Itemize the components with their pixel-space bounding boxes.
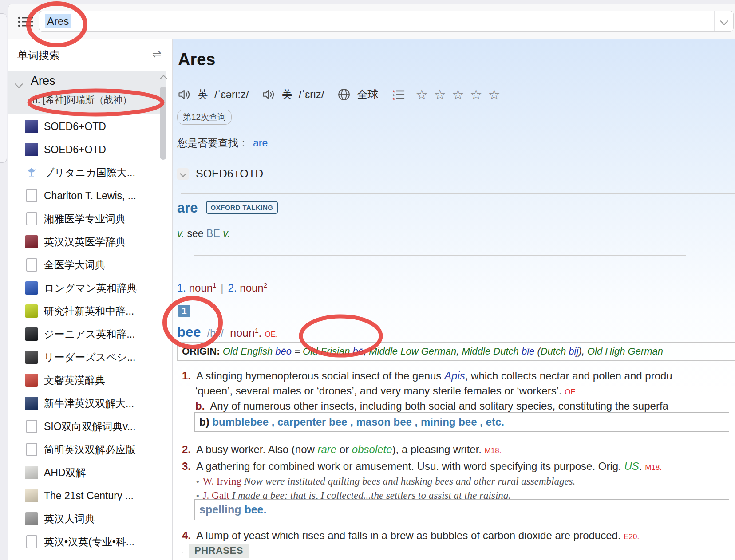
dictionary-label: 简明英汉双解必应版 xyxy=(44,443,136,457)
text-segment: = xyxy=(292,346,303,357)
definition-1-line-1: 1.A stinging hymenopterous social insect… xyxy=(182,370,672,382)
text-segment: see xyxy=(184,228,206,239)
are-headword: are xyxy=(177,200,198,216)
book-cover-icon xyxy=(25,374,38,387)
dictionary-list-item[interactable]: 文馨英漢辭典 xyxy=(8,369,166,392)
dictionary-list-item[interactable]: 英汉汉英医学辞典 xyxy=(8,230,166,253)
bee-entry-header: bee /biː/ noun1. OE. xyxy=(177,324,278,340)
oxford-talking-badge[interactable]: OXFORD TALKING xyxy=(206,201,278,214)
word-list-icon[interactable] xyxy=(17,16,33,28)
dictionary-list-item[interactable]: 湘雅医学专业词典 xyxy=(8,207,166,230)
dictionary-list-item[interactable]: 简明英汉双解必应版 xyxy=(8,438,166,461)
speaker-icon[interactable] xyxy=(178,88,191,101)
did-you-mean-link[interactable]: are xyxy=(253,137,268,149)
text-segment: OE. xyxy=(565,388,577,396)
speaker-icon[interactable] xyxy=(262,88,276,101)
app-screenshot: Ares 单词搜索 ⇌ Ares n. [希神]阿瑞斯（战神） xyxy=(0,0,735,560)
dictionary-list-item[interactable]: ロングマン英和辞典 xyxy=(8,276,166,300)
dictionary-label: ジーニアス英和辞... xyxy=(44,327,135,341)
spelling-bee-crossref-box[interactable]: spelling bee. xyxy=(194,499,729,520)
search-result-tree-selected[interactable]: Ares n. [希神]阿瑞斯（战神） xyxy=(8,71,166,114)
dictionary-list-item[interactable]: 英汉•汉英(专业•科... xyxy=(8,530,166,553)
dictionary-label: 英汉•汉英(专业•科... xyxy=(44,535,134,549)
text-segment: b) xyxy=(199,416,212,428)
text-segment: A gathering for combined work or amuseme… xyxy=(196,460,624,472)
rating-stars[interactable]: ☆☆☆☆☆ xyxy=(415,87,506,103)
dictionary-icon xyxy=(24,373,39,387)
text-segment: bē xyxy=(353,346,364,357)
dictionary-list-item[interactable]: ジーニアス英和辞... xyxy=(8,323,166,346)
crossref-box[interactable]: b) bumblebee , carpenter bee , mason bee… xyxy=(194,412,729,432)
homograph-number-badge: 1 xyxy=(178,305,190,317)
dictionary-label: 新牛津英汉双解大... xyxy=(44,397,134,410)
dictionary-list-item[interactable]: リーダーズスペシ... xyxy=(8,346,166,369)
collapse-section-button[interactable] xyxy=(177,168,189,180)
wordbook-list-icon[interactable] xyxy=(391,89,405,100)
search-dropdown-button[interactable] xyxy=(714,11,733,31)
dictionary-list-item[interactable]: SOED6+OTD xyxy=(8,138,166,161)
dictionary-list-item[interactable]: 新牛津英汉双解大... xyxy=(8,392,166,415)
tree-word-translation[interactable]: n. [希神]阿瑞斯（战神） xyxy=(32,94,132,106)
text-segment: Any of numerous other insects, including… xyxy=(210,400,668,412)
dictionary-list-item[interactable]: SOED6+OTD xyxy=(8,115,166,138)
dictionary-list-item[interactable]: 英汉大词典 xyxy=(8,507,166,530)
dictionary-label: 文馨英漢辭典 xyxy=(44,374,105,387)
toolbar: Ares xyxy=(8,4,735,39)
book-cover-icon xyxy=(25,327,38,341)
pronunciation-row: 英 /ˈɛəri:z/ 美 /ˈɛriz/ 全球 xyxy=(178,87,506,103)
text-segment: ‘queen’, several males or ‘drones’, and … xyxy=(195,385,565,397)
definition-2: 2.A busy worker. Also (now rare or obsol… xyxy=(182,443,502,456)
text-segment: , xyxy=(269,416,277,428)
chevron-down-icon xyxy=(720,17,728,25)
carpenter-bee-link[interactable]: carpenter bee xyxy=(277,416,347,428)
bumblebee-link[interactable]: bumblebee xyxy=(212,416,269,428)
mining-bee-link[interactable]: mining bee xyxy=(421,416,477,428)
text-segment: or xyxy=(336,443,352,455)
spelling-bee-link[interactable]: spelling xyxy=(199,503,244,516)
dictionary-icon xyxy=(24,119,39,134)
lookup-count-badge: 第12次查询 xyxy=(177,110,232,125)
book-cover-icon xyxy=(25,489,38,502)
be-link[interactable]: BE xyxy=(206,228,220,239)
text-segment: Old High German xyxy=(587,346,663,357)
text-segment: 2 xyxy=(264,282,267,289)
noun2-link[interactable]: 2. xyxy=(228,282,240,294)
definition-3: 3.A gathering for combined work or amuse… xyxy=(182,460,662,473)
dictionary-icon xyxy=(24,489,39,503)
dictionary-list-item[interactable]: 全医学大词典 xyxy=(8,253,166,276)
dictionary-list: SOED6+OTD SOED6+OTD xyxy=(8,115,166,553)
dictionary-label: 全医学大词典 xyxy=(44,258,105,272)
sidebar-scrollbar-thumb[interactable] xyxy=(160,87,166,160)
dictionary-list-item[interactable]: The 21st Century ... xyxy=(8,484,166,507)
phrases-section: PHRASES xyxy=(182,552,735,560)
book-cover-icon xyxy=(25,235,38,248)
noun1-link[interactable]: noun xyxy=(189,282,213,294)
book-cover-icon xyxy=(25,143,38,156)
globe-icon[interactable] xyxy=(337,88,351,101)
noun1-link[interactable]: 1. xyxy=(177,282,189,294)
dictionary-list-item[interactable]: AHD双解 xyxy=(8,461,166,484)
text-segment: , xyxy=(347,416,356,428)
spelling-bee-link[interactable]: bee. xyxy=(244,503,266,516)
chevron-down-icon[interactable] xyxy=(15,80,23,88)
dictionary-label: ロングマン英和辞典 xyxy=(44,281,137,295)
mason-bee-link[interactable]: mason bee xyxy=(356,416,411,428)
noun2-link[interactable]: noun xyxy=(240,282,263,294)
search-input[interactable]: Ares xyxy=(39,11,734,32)
definition-pane: Ares 英 /ˈɛəri:z/ 美 /ˈɛriz/ xyxy=(173,39,735,560)
dictionary-list-item[interactable]: SIO双向双解词典v... xyxy=(8,415,166,438)
sidebar-title: 单词搜索 xyxy=(17,48,60,63)
text-segment: , xyxy=(364,346,369,357)
text-segment: Now were instituted quilting bees and hu… xyxy=(244,476,576,487)
text-segment: . xyxy=(639,460,645,472)
text-segment: | xyxy=(216,282,228,294)
dictionary-list-item[interactable]: Charlton T. Lewis, ... xyxy=(8,184,166,207)
are-entry-header: are OXFORD TALKING xyxy=(177,200,278,216)
swap-direction-icon[interactable]: ⇌ xyxy=(152,47,162,60)
dictionary-list-item[interactable]: ブリタニカ国際大... xyxy=(8,161,166,184)
dictionary-icon xyxy=(24,419,39,434)
dictionary-list-item[interactable]: 研究社新英和中辞... xyxy=(8,300,166,323)
phrases-label: PHRASES xyxy=(189,544,249,558)
tree-word[interactable]: Ares xyxy=(31,74,55,88)
global-label[interactable]: 全球 xyxy=(357,87,378,102)
